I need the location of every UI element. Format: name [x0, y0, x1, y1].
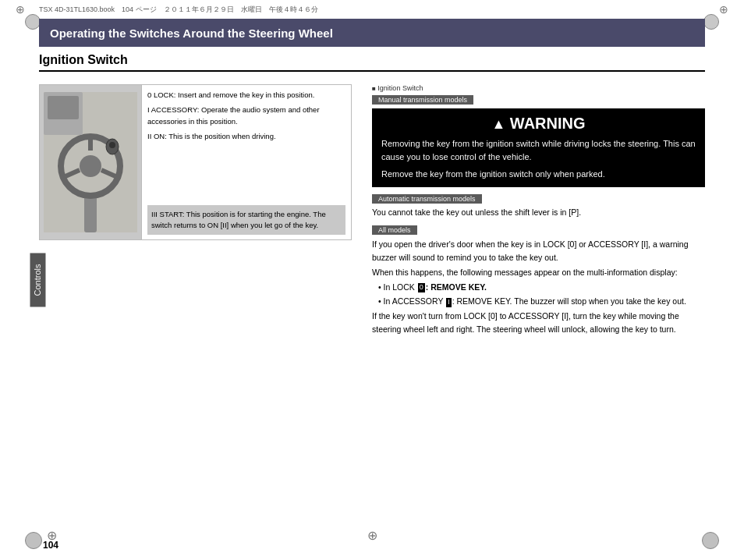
- top-bar: ⊕ TSX 4D-31TL1630.book 104 ページ ２０１１年６月２９…: [39, 5, 705, 15]
- bullet-2: • In ACCESSORY I: REMOVE KEY. The buzzer…: [378, 295, 705, 308]
- tr-crosshair-icon: ⊕: [719, 3, 728, 16]
- page-content: Ignition Switch: [39, 53, 705, 521]
- warning-title-text: WARNING: [510, 115, 586, 132]
- svg-rect-10: [48, 96, 79, 119]
- svg-point-6: [80, 155, 101, 177]
- page-number: 104: [43, 540, 58, 551]
- section-title-container: Ignition Switch: [39, 53, 705, 72]
- section-title: Ignition Switch: [39, 53, 128, 66]
- warning-text-2: Remove the key from the ignition switch …: [381, 168, 696, 181]
- all-models-para2: When this happens, the following message…: [372, 266, 705, 279]
- header-title: Operating the Switches Around the Steeri…: [50, 27, 333, 40]
- bl-circle-deco: [25, 532, 42, 549]
- all-models-tag: All models: [372, 225, 417, 235]
- badge-i: I: [445, 297, 452, 308]
- bottom-center-crosshair-icon: ⊕: [367, 528, 377, 543]
- start-instruction-box: III START: This position is for starting…: [147, 205, 345, 236]
- manual-transmission-tag: Manual transmission models: [372, 95, 473, 105]
- automatic-tag: Automatic transmission models: [372, 194, 482, 204]
- bottom-right-circle-deco: [702, 532, 719, 549]
- illustration-box: 0 LOCK: Insert and remove the key in thi…: [39, 84, 352, 240]
- on-instruction: II ON: This is the position when driving…: [147, 131, 345, 142]
- lock-instruction: 0 LOCK: Insert and remove the key in thi…: [147, 90, 345, 101]
- right-column: ■ Ignition Switch Manual transmission mo…: [372, 84, 705, 336]
- warning-title-row: ▲ WARNING: [381, 115, 696, 133]
- automatic-text: You cannot take the key out unless the s…: [372, 207, 705, 219]
- ignition-switch-breadcrumb: ■ Ignition Switch: [372, 84, 705, 92]
- topbar-text: TSX 4D-31TL1630.book 104 ページ ２０１１年６月２９日 …: [39, 5, 318, 15]
- warning-text-1: Removing the key from the ignition switc…: [381, 137, 696, 163]
- all-models-para3: If the key won't turn from LOCK [0] to A…: [372, 310, 705, 336]
- tr-circle-deco: [703, 14, 719, 30]
- steering-wheel-area: [40, 85, 141, 239]
- start-instruction: III START: This position is for starting…: [151, 210, 326, 229]
- tl-crosshair-icon: ⊕: [16, 3, 25, 16]
- instructions-panel: 0 LOCK: Insert and remove the key in thi…: [141, 85, 351, 239]
- accessory-instruction: I ACCESSORY: Operate the audio system an…: [147, 105, 345, 127]
- bullet-1: • In LOCK 0: REMOVE KEY.: [378, 281, 705, 294]
- warning-triangle-icon: ▲: [491, 116, 505, 132]
- svg-point-8: [109, 142, 115, 148]
- all-models-text: If you open the driver's door when the k…: [372, 238, 705, 336]
- header-band: Operating the Switches Around the Steeri…: [39, 19, 705, 47]
- all-models-para1: If you open the driver's door when the k…: [372, 238, 705, 264]
- badge-0: 0: [417, 282, 426, 293]
- svg-rect-1: [84, 193, 97, 232]
- tl-circle-deco: [25, 14, 41, 30]
- steering-wheel-svg: [44, 92, 137, 232]
- left-column: 0 LOCK: Insert and remove the key in thi…: [39, 84, 352, 240]
- warning-box: ▲ WARNING Removing the key from the igni…: [372, 108, 705, 187]
